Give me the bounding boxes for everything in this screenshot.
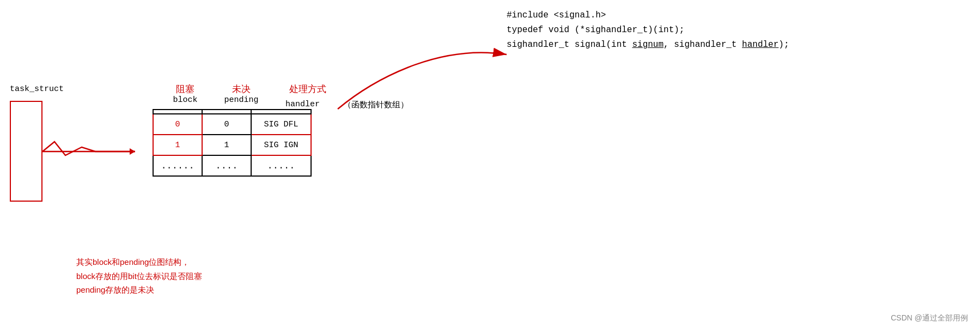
task-struct-label: task_struct [10,84,64,94]
code-line-2: typedef void (*sighandler_t)(int); [507,23,789,38]
col-header-pending: 未决 pending [214,83,269,105]
code-line-1: #include <signal.h> [507,8,789,23]
bottom-note-line3: pending存放的是未决 [76,283,202,297]
signal-table: 0 0 SIG DFL 1 1 SIG IGN ...... .... ....… [153,109,312,177]
func-ptr-note: （函数指针数组） [343,100,409,110]
table: 0 0 SIG DFL 1 1 SIG IGN ...... .... ....… [153,109,312,177]
page: task_struct 阻塞 block 未决 pending 处理方式 han… [0,0,980,333]
svg-marker-0 [130,148,135,155]
task-struct-box [10,101,42,202]
bottom-note-line2: block存放的用bit位去标识是否阻塞 [76,269,202,283]
code-line-3: sighandler_t signal(int signum, sighandl… [507,38,789,52]
table-row: 0 0 SIG DFL [153,114,311,135]
table-row: 1 1 SIG IGN [153,135,311,155]
handler-en-label: handler [285,100,320,109]
table-row-dots: ...... .... ..... [153,155,311,176]
table-row-header [153,110,311,114]
col-header-block: 阻塞 block [161,83,210,105]
csdn-watermark: CSDN @通过全部用例 [891,313,968,323]
col-header-handler: 处理方式 [275,83,340,95]
code-block: #include <signal.h> typedef void (*sigha… [507,8,789,53]
bottom-note-line1: 其实block和pending位图结构， [76,255,202,269]
bottom-note: 其实block和pending位图结构， block存放的用bit位去标识是否阻… [76,255,202,297]
